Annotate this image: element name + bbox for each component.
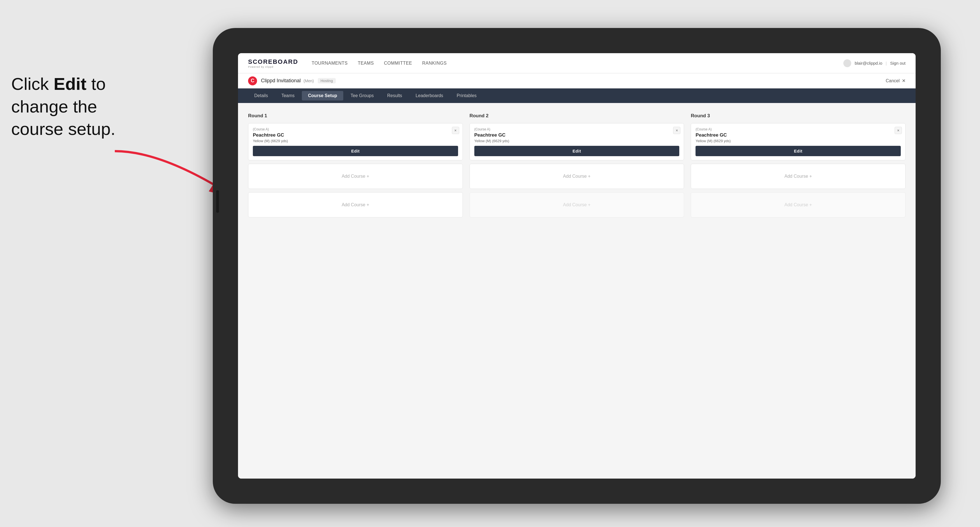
round-3-add-label-1: Add Course + <box>784 174 812 179</box>
nav-teams[interactable]: TEAMS <box>358 61 374 66</box>
tab-results[interactable]: Results <box>381 91 408 100</box>
nav-committee[interactable]: COMMITTEE <box>384 61 412 66</box>
user-email: blair@clippd.io <box>854 61 882 65</box>
round-3-course-card: (Course A) Peachtree GC Yellow (M) (6629… <box>691 123 905 160</box>
user-avatar <box>843 59 851 67</box>
tab-teams[interactable]: Teams <box>275 91 301 100</box>
nav-rankings[interactable]: RANKINGS <box>422 61 447 66</box>
round-2-delete-button[interactable]: × <box>673 127 680 134</box>
round-3-edit-button[interactable]: Edit <box>695 146 901 156</box>
tournament-name: Clippd Invitational <box>261 78 301 84</box>
tab-bar: Details Teams Course Setup Tee Groups Re… <box>238 89 916 103</box>
cancel-icon: ✕ <box>902 78 905 83</box>
round-3-add-label-2: Add Course + <box>784 202 812 207</box>
round-3-delete-button[interactable]: × <box>895 127 902 134</box>
round-1-edit-button[interactable]: Edit <box>253 146 458 156</box>
rounds-container: Round 1 (Course A) Peachtree GC Yellow (… <box>248 113 905 221</box>
tab-details[interactable]: Details <box>248 91 274 100</box>
tablet-screen: SCOREBOARD Powered by clippd TOURNAMENTS… <box>238 53 916 479</box>
round-3-column: Round 3 (Course A) Peachtree GC Yellow (… <box>691 113 905 221</box>
round-1-course-label: (Course A) <box>253 127 458 131</box>
nav-right: blair@clippd.io | Sign out <box>843 59 905 67</box>
round-3-add-course-1[interactable]: Add Course + <box>691 164 905 189</box>
round-1-course-name: Peachtree GC <box>253 132 458 138</box>
tab-leaderboards[interactable]: Leaderboards <box>409 91 449 100</box>
round-3-course-name: Peachtree GC <box>695 132 901 138</box>
bold-edit: Edit <box>54 74 86 94</box>
round-1-course-details: Yellow (M) (6629 yds) <box>253 139 458 143</box>
tablet-frame: SCOREBOARD Powered by clippd TOURNAMENTS… <box>213 28 941 504</box>
round-1-course-card: (Course A) Peachtree GC Yellow (M) (6629… <box>248 123 463 160</box>
top-nav: SCOREBOARD Powered by clippd TOURNAMENTS… <box>238 53 916 73</box>
round-1-add-label-2: Add Course + <box>342 202 369 207</box>
round-1-column: Round 1 (Course A) Peachtree GC Yellow (… <box>248 113 463 221</box>
round-1-title: Round 1 <box>248 113 463 119</box>
logo-sub: Powered by clippd <box>248 65 298 68</box>
round-3-title: Round 3 <box>691 113 905 119</box>
round-3-course-details: Yellow (M) (6629 yds) <box>695 139 901 143</box>
instruction-text: Click Edit tochange thecourse setup. <box>11 73 115 141</box>
round-2-title: Round 2 <box>469 113 684 119</box>
c-logo: C <box>248 76 257 85</box>
logo-area: SCOREBOARD Powered by clippd <box>248 58 298 68</box>
tab-tee-groups[interactable]: Tee Groups <box>344 91 380 100</box>
round-2-edit-button[interactable]: Edit <box>474 146 679 156</box>
cancel-button[interactable]: Cancel ✕ <box>886 78 905 83</box>
nav-links: TOURNAMENTS TEAMS COMMITTEE RANKINGS <box>312 61 844 66</box>
main-content: Round 1 (Course A) Peachtree GC Yellow (… <box>238 103 916 479</box>
round-1-add-course-1[interactable]: Add Course + <box>248 164 463 189</box>
round-1-delete-button[interactable]: × <box>452 127 459 134</box>
round-2-add-course-1[interactable]: Add Course + <box>469 164 684 189</box>
sign-out-link[interactable]: Sign out <box>890 61 905 65</box>
round-3-course-label: (Course A) <box>695 127 901 131</box>
tournament-gender: (Men) <box>304 79 314 83</box>
tab-printables[interactable]: Printables <box>450 91 483 100</box>
round-2-add-label-1: Add Course + <box>563 174 590 179</box>
sub-bar: C Clippd Invitational (Men) Hosting Canc… <box>238 73 916 89</box>
round-2-add-label-2: Add Course + <box>563 202 590 207</box>
nav-tournaments[interactable]: TOURNAMENTS <box>312 61 348 66</box>
round-2-course-name: Peachtree GC <box>474 132 679 138</box>
tab-course-setup[interactable]: Course Setup <box>302 91 343 100</box>
round-3-add-course-2: Add Course + <box>691 192 905 217</box>
round-1-add-course-2[interactable]: Add Course + <box>248 192 463 217</box>
round-2-course-details: Yellow (M) (6629 yds) <box>474 139 679 143</box>
round-1-add-label-1: Add Course + <box>342 174 369 179</box>
hosting-badge: Hosting <box>318 78 336 83</box>
logo-text: SCOREBOARD <box>248 58 298 65</box>
round-2-course-label: (Course A) <box>474 127 679 131</box>
round-2-course-card: (Course A) Peachtree GC Yellow (M) (6629… <box>469 123 684 160</box>
round-2-column: Round 2 (Course A) Peachtree GC Yellow (… <box>469 113 684 221</box>
round-2-add-course-2: Add Course + <box>469 192 684 217</box>
